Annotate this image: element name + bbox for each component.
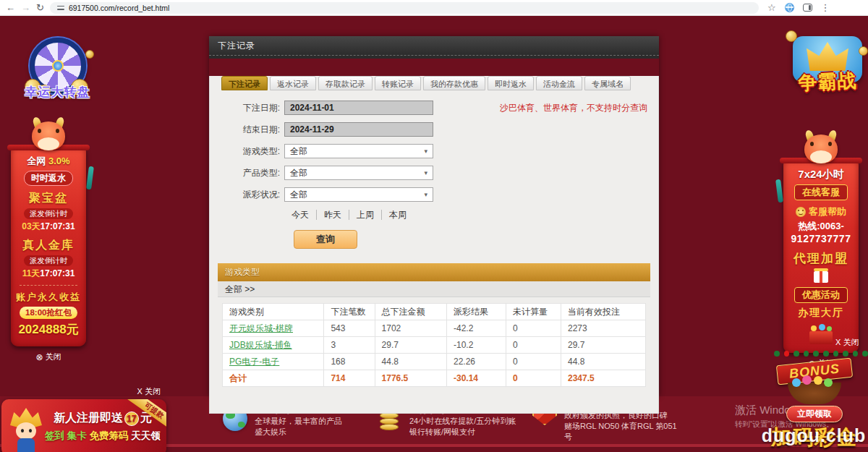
payout-status-label: 派彩状况: [210, 189, 280, 201]
cell-valid-bet: 44.8 [561, 354, 645, 370]
tab-activity-flow[interactable]: 活动金流 [536, 76, 582, 90]
globe-extension-icon[interactable] [785, 3, 794, 12]
bet-date-label: 下注日期: [210, 102, 280, 114]
wheel-hub-icon [52, 60, 64, 72]
new-user-promo-body[interactable]: 可提款 新人注册即送 17 元 签到 集卡 免费筹码 天天领 [1, 399, 166, 452]
right-close-x-button[interactable]: X 关闭 [835, 337, 859, 348]
carousel-dot[interactable] [774, 351, 780, 357]
carousel-dot[interactable] [784, 351, 790, 357]
side-panel-icon[interactable] [803, 4, 812, 12]
carousel-dot[interactable] [793, 351, 799, 357]
table-row: PG电子-电子 168 44.8 22.26 0 44.8 [223, 354, 646, 370]
left-promo-banner[interactable]: 全网 3.0% 时时返水 聚宝盆 派发倒计时 03天17:07:31 真人金库 … [11, 117, 86, 362]
payout-status-select[interactable]: 全部 ▾ [284, 187, 433, 202]
tab-bet-record[interactable]: 下注记录 [221, 76, 268, 90]
col-total-bet: 总下注金额 [375, 304, 446, 320]
countdown-timer: 03天17:07:31 [14, 221, 83, 233]
col-game-category: 游戏类别 [223, 304, 324, 320]
carousel-dot[interactable] [833, 351, 839, 357]
carousel-dot[interactable] [853, 351, 859, 357]
menu-icon[interactable]: ⋮ [821, 1, 830, 15]
cell-unsettled: 0 [506, 320, 561, 337]
col-bet-count: 下注笔数 [324, 304, 375, 320]
search-button[interactable]: 查询 [294, 230, 357, 249]
hotline-line1: 热线:0063- [786, 220, 856, 233]
coin-icon [859, 46, 868, 56]
close-circle-icon: ⊗ [35, 352, 43, 362]
tassel-icon [775, 179, 783, 203]
bonus-promo[interactable]: BONUS 立即领取 加码彩金 dugou.club [761, 362, 868, 452]
quick-link-today[interactable]: 今天 [284, 210, 317, 220]
product-type-select[interactable]: 全部 ▾ [284, 166, 433, 180]
carousel-dot[interactable] [843, 351, 848, 357]
treasure-pot-icon [788, 383, 841, 404]
tab-rebate-record[interactable]: 返水记录 [270, 76, 316, 90]
bet-date-input[interactable]: 2024-11-01 [284, 101, 433, 115]
game-link[interactable]: PG电子-电子 [229, 357, 279, 367]
carousel-dot[interactable] [823, 351, 829, 357]
browser-actions: ☆ ⋮ [767, 1, 830, 15]
promo-activity-pill: 优惠活动 [794, 287, 848, 303]
carousel-dots [774, 351, 868, 357]
tab-transfer-record[interactable]: 转账记录 [375, 76, 421, 90]
tab-exclusive-domain[interactable]: 专属域名 [584, 76, 631, 90]
game-type-select[interactable]: 全部 ▾ [284, 144, 433, 158]
tab-instant-rebate[interactable]: 即时返水 [488, 76, 534, 90]
chevron-down-icon: ▾ [424, 191, 427, 198]
treasure-pot-title: 聚宝盆 [14, 191, 83, 206]
carousel-dot[interactable] [804, 351, 809, 357]
table-row: JDB娱乐城-捕鱼 3 29.7 -10.2 0 29.7 [223, 337, 646, 354]
cell-bet-count: 3 [324, 337, 375, 354]
rebate-pill: 时时返水 [24, 171, 73, 186]
account-income-title: 账户永久收益 [14, 291, 83, 304]
rebate-rate-line: 全网 3.0% [14, 155, 83, 168]
query-form: 下注日期: 2024-11-01 沙巴体育、世界体育，不支持时分查询 结束日期:… [210, 101, 658, 249]
cell-payout-result: -42.2 [447, 320, 506, 337]
forward-icon[interactable]: → [21, 1, 30, 15]
battle-promo[interactable]: 争霸战 [787, 36, 868, 95]
new-user-promo-banner: X 关闭 可提款 新人注册即送 17 元 签到 集卡 免费筹码 天天领 [1, 386, 166, 452]
dragon-mascot-icon [26, 117, 71, 153]
quick-link-last-week[interactable]: 上周 [349, 210, 382, 220]
claim-now-button[interactable]: 立即领取 [786, 406, 843, 422]
tab-my-deposit-promo[interactable]: 我的存款优惠 [423, 76, 485, 90]
chevron-down-icon: ▾ [424, 169, 427, 176]
live-vault-title: 真人金库 [14, 238, 83, 253]
panel-body: 下注记录 返水记录 存取款记录 转账记录 我的存款优惠 即时返水 活动金流 专属… [209, 76, 659, 414]
chevron-down-icon: ▾ [424, 148, 427, 155]
col-payout-result: 派彩结果 [447, 304, 506, 320]
cell-total-bet: 1702 [375, 320, 446, 337]
carousel-dot[interactable] [813, 351, 819, 357]
promo-subline: 签到 集卡 免费筹码 天天领 [45, 430, 166, 443]
bookmark-star-icon[interactable]: ☆ [767, 1, 776, 15]
bet-summary-table: 游戏类别 下注笔数 总下注金额 派彩结果 未计算量 当前有效投注 开元娱乐城-棋… [222, 303, 646, 387]
lucky-wheel-promo[interactable]: 幸运大转盘 [9, 38, 106, 101]
carousel-dot[interactable] [862, 351, 868, 357]
panel-title: 下注记录 [209, 36, 659, 55]
bottom-banner-close-button[interactable]: X 关闭 [1, 386, 161, 397]
game-link[interactable]: JDB娱乐城-捕鱼 [229, 340, 292, 350]
footer-line: 赌场RGL NO50 体育RGL 第051号 [564, 421, 677, 443]
breadcrumb[interactable]: 全部 >> [218, 281, 650, 297]
right-promo-banner[interactable]: 7x24小时 在线客服 客服帮助 热线:0063- 9127737777 代理加… [783, 130, 859, 369]
cell-payout-result: -10.2 [447, 337, 506, 354]
smiley-icon [796, 207, 806, 217]
lucky-wheel-title: 幸运大转盘 [9, 84, 106, 101]
cell-payout-result: 22.26 [447, 354, 506, 370]
quick-link-yesterday[interactable]: 昨天 [317, 210, 349, 220]
tab-deposit-withdraw-record[interactable]: 存取款记录 [318, 76, 373, 90]
site-settings-icon[interactable] [57, 5, 64, 11]
game-type-label: 游戏类型: [210, 145, 280, 158]
game-link[interactable]: 开元娱乐城-棋牌 [229, 323, 293, 333]
back-icon[interactable]: ← [6, 1, 15, 15]
reload-icon[interactable]: ↻ [36, 1, 44, 15]
footer-line: 银行转账/网银支付 [409, 427, 516, 438]
quick-link-this-week[interactable]: 本周 [382, 210, 414, 220]
left-banner-close-button[interactable]: ⊗ 关闭 [35, 351, 61, 362]
prize-amount: 2024888元 [14, 321, 83, 338]
end-date-input[interactable]: 2024-11-29 [284, 122, 433, 137]
giftbox-icon [805, 324, 837, 344]
game-character-icon [4, 408, 49, 452]
service-help-row: 客服帮助 [786, 205, 856, 218]
address-bar[interactable]: 6917500.com/record_bet.html [50, 2, 759, 14]
